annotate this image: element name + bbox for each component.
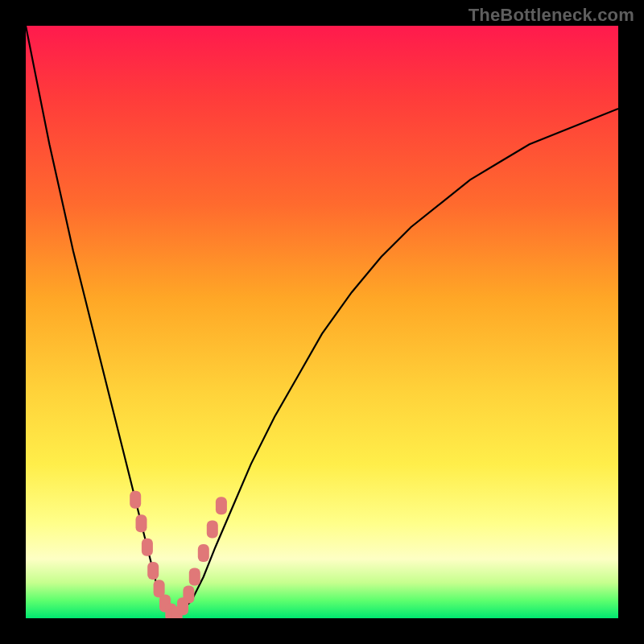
plot-area bbox=[26, 26, 618, 618]
curve-marker bbox=[130, 491, 141, 509]
curve-marker bbox=[147, 562, 159, 580]
curve-marker bbox=[183, 586, 194, 604]
curve-marker bbox=[189, 568, 200, 586]
curve-marker bbox=[142, 539, 153, 556]
chart-frame: TheBottleneck.com bbox=[0, 0, 644, 644]
bottleneck-curve bbox=[26, 26, 618, 618]
curve-marker bbox=[198, 544, 209, 562]
curve-marker bbox=[216, 497, 227, 514]
curve-marker bbox=[207, 521, 218, 539]
curve-marker bbox=[136, 514, 147, 532]
watermark-text: TheBottleneck.com bbox=[469, 5, 634, 26]
curve-svg bbox=[26, 26, 618, 618]
